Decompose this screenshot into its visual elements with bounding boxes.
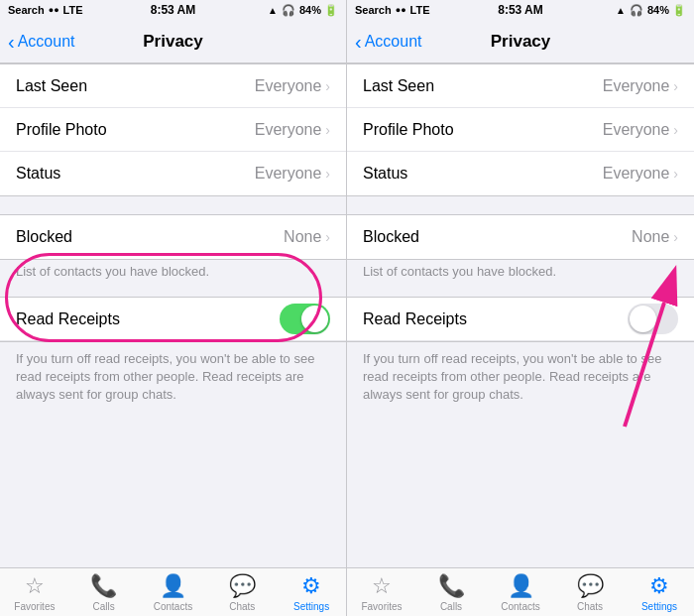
signal-search-left: Search	[8, 4, 45, 16]
status-bar-right: Search ●● LTE 8:53 AM ▲ 🎧 84% 🔋	[347, 0, 694, 20]
last-seen-label-left: Last Seen	[16, 77, 87, 95]
headphone-icon-left: 🎧	[282, 4, 295, 17]
status-label-right: Status	[363, 165, 407, 183]
calls-label-left: Calls	[93, 601, 115, 612]
last-seen-value-right: Everyone ›	[603, 77, 678, 95]
back-label-right[interactable]: Account	[365, 33, 422, 51]
chats-icon-left: 💬	[229, 573, 256, 599]
read-receipts-label-right: Read Receipts	[363, 310, 467, 328]
back-button-left[interactable]: ‹ Account	[8, 32, 74, 52]
last-seen-label-right: Last Seen	[363, 77, 434, 95]
battery-left: 84% 🔋	[299, 4, 338, 17]
blocked-row-left[interactable]: Blocked None ›	[0, 215, 346, 259]
blocked-chevron-left: ›	[325, 229, 330, 245]
receipts-section-left: Read Receipts	[0, 297, 346, 342]
tab-favorites-left[interactable]: ☆ Favorites	[0, 573, 69, 612]
status-chevron-right: ›	[673, 166, 678, 182]
back-chevron-right: ‹	[355, 32, 362, 52]
left-panel: Search ●● LTE 8:53 AM ▲ 🎧 84% 🔋 ‹ Accoun…	[0, 0, 347, 616]
time-left: 8:53 AM	[151, 3, 196, 17]
blocked-section-left: Blocked None ›	[0, 214, 346, 260]
blocked-value-left: None ›	[284, 228, 330, 246]
profile-photo-row-right[interactable]: Profile Photo Everyone ›	[347, 108, 694, 152]
tab-favorites-right[interactable]: ☆ Favorites	[347, 573, 416, 612]
gps-icon-right: ▲	[616, 5, 626, 16]
status-label-left: Status	[16, 165, 60, 183]
signal-lte-left: LTE	[63, 4, 83, 16]
read-receipts-toggle-left[interactable]	[280, 304, 330, 334]
contacts-label-left: Contacts	[154, 601, 192, 612]
signal-dots-left: ●●	[49, 5, 59, 15]
tab-calls-left[interactable]: 📞 Calls	[69, 573, 139, 612]
status-row-left[interactable]: Status Everyone ›	[0, 152, 346, 195]
blocked-section-right: Blocked None ›	[347, 214, 694, 260]
status-value-right: Everyone ›	[603, 165, 678, 183]
status-bar-left: Search ●● LTE 8:53 AM ▲ 🎧 84% 🔋	[0, 0, 346, 20]
calls-icon-left: 📞	[90, 573, 117, 599]
blocked-desc-left: List of contacts you have blocked.	[0, 260, 346, 279]
status-value-left: Everyone ›	[255, 165, 330, 183]
chats-icon-right: 💬	[577, 573, 604, 599]
tab-settings-left[interactable]: ⚙ Settings	[277, 573, 346, 612]
tab-calls-right[interactable]: 📞 Calls	[416, 573, 486, 612]
last-seen-row-left[interactable]: Last Seen Everyone ›	[0, 64, 346, 108]
blocked-row-right[interactable]: Blocked None ›	[347, 215, 694, 259]
page-title-left: Privacy	[143, 32, 203, 52]
gap2-left	[0, 279, 346, 297]
signal-search-right: Search	[355, 4, 392, 16]
gap2-right	[347, 279, 694, 297]
status-left-right: Search ●● LTE	[355, 4, 430, 16]
profile-photo-value-right: Everyone ›	[603, 121, 678, 139]
favorites-icon-left: ☆	[25, 573, 45, 599]
settings-icon-right: ⚙	[649, 573, 669, 599]
headphone-icon-right: 🎧	[630, 4, 643, 17]
status-chevron-left: ›	[325, 166, 330, 182]
receipts-section-right: Read Receipts	[347, 297, 694, 342]
contacts-icon-right: 👤	[508, 573, 534, 599]
profile-photo-chevron-right: ›	[673, 122, 678, 138]
tab-chats-right[interactable]: 💬 Chats	[555, 573, 625, 612]
tab-settings-right[interactable]: ⚙ Settings	[625, 573, 694, 612]
last-seen-row-right[interactable]: Last Seen Everyone ›	[347, 64, 694, 108]
gap1-left	[0, 196, 346, 214]
blocked-desc-right: List of contacts you have blocked.	[347, 260, 694, 279]
signal-dots-right: ●●	[396, 5, 406, 15]
profile-photo-value-left: Everyone ›	[255, 121, 330, 139]
nav-bar-right: ‹ Account Privacy	[347, 20, 694, 63]
blocked-value-right: None ›	[632, 228, 678, 246]
settings-label-left: Settings	[293, 601, 329, 612]
favorites-icon-right: ☆	[372, 573, 392, 599]
status-right-left: ▲ 🎧 84% 🔋	[268, 4, 338, 17]
toggle-knob-right	[630, 306, 656, 332]
status-row-right[interactable]: Status Everyone ›	[347, 152, 694, 195]
tab-bar-left: ☆ Favorites 📞 Calls 👤 Contacts 💬 Chats ⚙…	[0, 567, 346, 616]
profile-photo-chevron-left: ›	[325, 122, 330, 138]
last-seen-value-left: Everyone ›	[255, 77, 330, 95]
favorites-label-left: Favorites	[14, 601, 55, 612]
tab-bar-right: ☆ Favorites 📞 Calls 👤 Contacts 💬 Chats ⚙…	[347, 567, 694, 616]
read-receipts-toggle-right[interactable]	[628, 304, 678, 334]
blocked-label-left: Blocked	[16, 228, 72, 246]
content-right: Last Seen Everyone › Profile Photo Every…	[347, 63, 694, 567]
tab-contacts-right[interactable]: 👤 Contacts	[486, 573, 555, 612]
gps-icon-left: ▲	[268, 5, 278, 16]
back-chevron-left: ‹	[8, 32, 15, 52]
favorites-label-right: Favorites	[361, 601, 402, 612]
back-label-left[interactable]: Account	[18, 33, 75, 51]
tab-chats-left[interactable]: 💬 Chats	[207, 573, 277, 612]
receipts-desc-right: If you turn off read receipts, you won't…	[347, 342, 694, 415]
contacts-icon-left: 👤	[160, 573, 186, 599]
status-left: Search ●● LTE	[8, 4, 83, 16]
profile-photo-label-left: Profile Photo	[16, 121, 107, 139]
back-button-right[interactable]: ‹ Account	[355, 32, 421, 52]
status-right-right: ▲ 🎧 84% 🔋	[616, 4, 686, 17]
content-left: Last Seen Everyone › Profile Photo Every…	[0, 63, 346, 567]
read-receipts-label-left: Read Receipts	[16, 310, 120, 328]
settings-icon-left: ⚙	[301, 573, 321, 599]
profile-photo-row-left[interactable]: Profile Photo Everyone ›	[0, 108, 346, 152]
tab-contacts-left[interactable]: 👤 Contacts	[139, 573, 208, 612]
nav-bar-left: ‹ Account Privacy	[0, 20, 346, 63]
blocked-chevron-right: ›	[673, 229, 678, 245]
time-right: 8:53 AM	[498, 3, 543, 17]
chats-label-left: Chats	[229, 601, 255, 612]
